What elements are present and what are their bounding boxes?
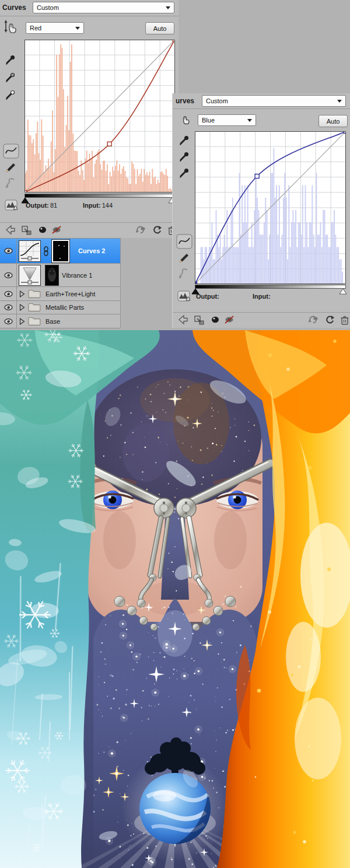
curves-panel-blue: urves Custom Blue Auto <box>172 93 350 328</box>
visibility-eye-icon[interactable] <box>210 315 220 325</box>
channel-value: Red <box>30 24 73 32</box>
trash-icon[interactable] <box>340 315 350 325</box>
auto-button[interactable]: Auto <box>145 22 174 34</box>
disclosure-triangle-icon[interactable] <box>19 304 25 311</box>
clip-to-layer-icon[interactable] <box>21 225 32 235</box>
curves-plot-red[interactable] <box>24 40 175 192</box>
input-label: Input: <box>253 293 271 300</box>
photoshop-workspace: Curves Custom Red Auto <box>0 0 350 868</box>
channel-dropdown[interactable]: Red <box>26 22 84 34</box>
visibility-eye-icon[interactable] <box>0 301 17 314</box>
preset-dropdown[interactable]: Custom <box>33 2 174 13</box>
black-point-eyedropper-icon[interactable] <box>5 55 16 65</box>
folder-icon <box>28 289 41 299</box>
layer-mask-thumbnail[interactable] <box>45 265 59 286</box>
tone-gradient-bar <box>24 194 175 198</box>
output-label: Output: <box>26 202 49 209</box>
curves-panel-red: Curves Custom Red Auto <box>0 0 178 238</box>
black-point-eyedropper-icon[interactable] <box>179 135 190 146</box>
chevron-down-icon <box>75 27 80 30</box>
layer-mask-thumbnail[interactable] <box>51 239 70 263</box>
adjustments-footer-toolbar <box>0 223 178 238</box>
pencil-tool-icon[interactable] <box>5 162 16 174</box>
channel-dropdown[interactable]: Blue <box>198 114 256 126</box>
artwork-canvas <box>0 330 350 868</box>
white-point-eyedropper-icon[interactable] <box>5 90 16 100</box>
visibility-eye-icon[interactable] <box>0 264 17 286</box>
input-readout: Input: 144 <box>83 202 113 209</box>
output-readout: Output: <box>196 293 220 300</box>
gray-point-eyedropper-icon[interactable] <box>179 152 190 162</box>
curve-point-tool-icon[interactable] <box>3 144 19 159</box>
folder-icon <box>28 303 41 312</box>
gray-point-eyedropper-icon[interactable] <box>5 72 16 83</box>
smooth-curve-icon[interactable] <box>4 177 18 189</box>
previous-state-eye-icon[interactable] <box>224 315 235 325</box>
panel-title: Curves <box>2 4 26 12</box>
visibility-eye-icon[interactable] <box>37 225 48 235</box>
layer-row-curves-2[interactable]: Curves 2 <box>0 239 120 264</box>
panel-title-clipped: urves <box>176 97 194 105</box>
chevron-down-icon <box>247 119 252 122</box>
return-arrow-icon[interactable] <box>5 225 15 235</box>
output-readout: Output: 81 <box>26 202 57 209</box>
layer-name: Vibrance 1 <box>62 272 92 279</box>
reset-icon[interactable] <box>324 315 335 325</box>
preset-dropdown[interactable]: Custom <box>202 95 346 107</box>
reset-icon[interactable] <box>152 225 162 235</box>
scrubby-hand-icon[interactable] <box>4 19 19 34</box>
highlight-input-slider[interactable] <box>339 289 347 295</box>
layer-name: Metallic Parts <box>46 304 84 311</box>
visibility-eye-icon[interactable] <box>0 314 17 328</box>
white-point-eyedropper-icon[interactable] <box>179 168 190 178</box>
clip-to-layer-icon[interactable] <box>194 315 204 325</box>
link-mask-icon[interactable] <box>43 246 49 256</box>
curves-plot-blue[interactable] <box>195 131 346 284</box>
output-value: 81 <box>50 202 57 209</box>
previous-state-eye-icon[interactable] <box>51 225 62 235</box>
curve-point-tool-icon[interactable] <box>176 234 192 249</box>
layer-name: Curves 2 <box>78 247 105 254</box>
scrubby-hand-icon[interactable] <box>178 112 191 126</box>
input-label: Input: <box>83 202 101 209</box>
layer-name: Earth+Tree+Light <box>46 290 95 298</box>
adjustments-footer-toolbar <box>173 313 350 328</box>
output-label: Output: <box>196 293 219 300</box>
layer-row-metallic-parts[interactable]: Metallic Parts <box>0 301 120 314</box>
channel-value: Blue <box>202 117 245 124</box>
preset-value: Custom <box>206 97 335 104</box>
layers-panel: Curves 2 Vibrance 1 <box>0 238 121 328</box>
pencil-tool-icon[interactable] <box>178 253 190 264</box>
layer-row-base[interactable]: Base <box>0 314 120 328</box>
visibility-eye-icon[interactable] <box>0 239 17 263</box>
histogram-warning-icon[interactable] <box>177 290 191 303</box>
chevron-down-icon <box>337 100 342 103</box>
folder-icon <box>28 317 41 326</box>
histogram-warning-icon[interactable] <box>5 200 19 212</box>
input-value: 144 <box>102 202 113 209</box>
disclosure-triangle-icon[interactable] <box>19 290 25 298</box>
layer-name: Base <box>46 318 60 325</box>
visibility-eye-icon[interactable] <box>0 287 17 300</box>
input-readout: Input: <box>253 293 272 300</box>
vibrance-adjustment-thumbnail[interactable] <box>19 265 41 286</box>
auto-button[interactable]: Auto <box>318 115 348 127</box>
curves-adjustment-thumbnail[interactable] <box>19 240 41 262</box>
layer-row-vibrance-1[interactable]: Vibrance 1 <box>0 264 120 287</box>
return-arrow-icon[interactable] <box>177 315 188 325</box>
layer-row-earth-tree-light[interactable]: Earth+Tree+Light <box>0 287 120 301</box>
smooth-curve-icon[interactable] <box>177 268 191 279</box>
disclosure-triangle-icon[interactable] <box>19 318 25 325</box>
preset-value: Custom <box>37 4 163 11</box>
chevron-down-icon <box>166 6 170 9</box>
tone-gradient-bar <box>195 285 346 289</box>
switch-state-icon[interactable] <box>308 315 318 325</box>
switch-state-icon[interactable] <box>135 225 146 235</box>
